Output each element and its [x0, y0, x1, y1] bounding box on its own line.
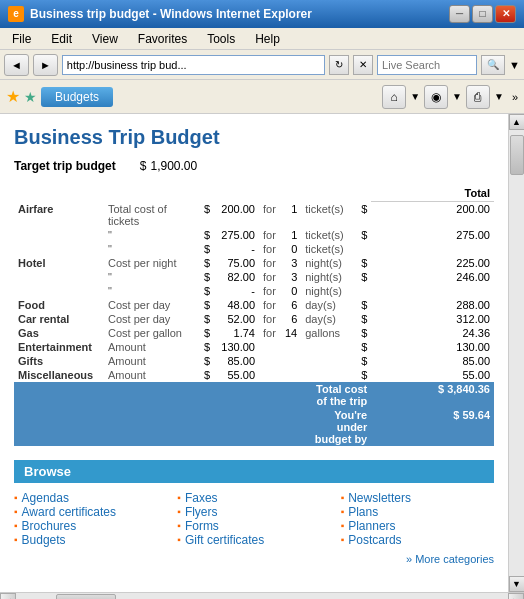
category-food: Food — [14, 298, 104, 312]
vertical-scrollbar: ▲ ▼ — [508, 114, 524, 592]
budget-title: Business Trip Budget — [14, 126, 494, 149]
browse-item-agendas[interactable]: ▪ Agendas — [14, 491, 167, 505]
search-button[interactable]: 🔍 — [481, 55, 505, 75]
more-categories-link[interactable]: » More categories — [14, 553, 494, 565]
scroll-right-button[interactable]: ► — [508, 593, 524, 600]
address-input[interactable] — [62, 55, 325, 75]
browse-grid: ▪ Agendas ▪ Award certificates ▪ Brochur… — [14, 491, 494, 547]
table-row: Hotel Cost per night $ 75.00 for 3 night… — [14, 256, 494, 270]
home-button[interactable]: ⌂ — [382, 85, 406, 109]
browse-label: Planners — [348, 519, 395, 533]
target-currency: $ — [140, 159, 147, 173]
total-header: Total — [371, 185, 494, 202]
scroll-up-button[interactable]: ▲ — [509, 114, 525, 130]
minimize-button[interactable]: ─ — [449, 5, 470, 23]
category-misc: Miscellaneous — [14, 368, 104, 382]
desc-tickets: Total cost of tickets — [104, 202, 194, 228]
toolbar: ★ ★ Budgets ⌂ ▼ ◉ ▼ ⎙ ▼ » — [0, 80, 524, 114]
window-title: Business trip budget - Windows Internet … — [30, 7, 449, 21]
menu-bar: File Edit View Favorites Tools Help — [0, 28, 524, 50]
browse-label: Faxes — [185, 491, 218, 505]
browse-label: Forms — [185, 519, 219, 533]
total-cost-value: $ 3,840.36 — [371, 382, 494, 408]
table-row: Gifts Amount $ 85.00 $ 85.00 — [14, 354, 494, 368]
browse-item-postcards[interactable]: ▪ Postcards — [341, 533, 494, 547]
browse-item-flyers[interactable]: ▪ Flyers — [177, 505, 330, 519]
table-row: Food Cost per day $ 48.00 for 6 day(s) $… — [14, 298, 494, 312]
browse-label: Budgets — [22, 533, 66, 547]
browse-item-newsletters[interactable]: ▪ Newsletters — [341, 491, 494, 505]
menu-view[interactable]: View — [84, 30, 126, 48]
browse-item-faxes[interactable]: ▪ Faxes — [177, 491, 330, 505]
print-arrow[interactable]: ▼ — [494, 91, 504, 102]
scroll-left-button[interactable]: ◄ — [0, 593, 16, 600]
browse-item-budgets[interactable]: ▪ Budgets — [14, 533, 167, 547]
table-row: Entertainment Amount $ 130.00 $ 130.00 — [14, 340, 494, 354]
bullet-icon: ▪ — [177, 520, 181, 531]
under-budget-row: You're under budget by $ 59.64 — [14, 408, 494, 446]
h-scroll-thumb[interactable] — [56, 594, 116, 600]
target-label: Target trip budget — [14, 159, 116, 173]
browser-content: Business Trip Budget Target trip budget … — [0, 114, 524, 592]
target-row: Target trip budget $ 1,900.00 — [14, 159, 494, 173]
table-row: " $ - for 0 ticket(s) — [14, 242, 494, 256]
h-scroll-track[interactable] — [16, 593, 508, 600]
table-row: " $ 82.00 for 3 night(s) $ 246.00 — [14, 270, 494, 284]
bullet-icon: ▪ — [341, 506, 345, 517]
scroll-down-button[interactable]: ▼ — [509, 576, 525, 592]
menu-tools[interactable]: Tools — [199, 30, 243, 48]
bullet-icon: ▪ — [14, 520, 18, 531]
budget-table: Total Airfare Total cost of tickets $ 20… — [14, 185, 494, 446]
stop-button[interactable]: ✕ — [353, 55, 373, 75]
table-row: " $ 275.00 for 1 ticket(s) $ 275.00 — [14, 228, 494, 242]
under-budget-label: You're under budget by — [301, 408, 371, 446]
bullet-icon: ▪ — [341, 492, 345, 503]
forward-button[interactable]: ► — [33, 54, 58, 76]
browse-label: Plans — [348, 505, 378, 519]
close-button[interactable]: ✕ — [495, 5, 516, 23]
browse-item-award-certificates[interactable]: ▪ Award certificates — [14, 505, 167, 519]
search-arrow[interactable]: ▼ — [509, 59, 520, 71]
under-budget-value: $ 59.64 — [371, 408, 494, 446]
table-row: Gas Cost per gallon $ 1.74 for 14 gallon… — [14, 326, 494, 340]
bullet-icon: ▪ — [177, 534, 181, 545]
category-airfare: Airfare — [14, 202, 104, 228]
menu-edit[interactable]: Edit — [43, 30, 80, 48]
browser-icon: e — [8, 6, 24, 22]
back-button[interactable]: ◄ — [4, 54, 29, 76]
home-arrow[interactable]: ▼ — [410, 91, 420, 102]
bullet-icon: ▪ — [177, 492, 181, 503]
more-tools-button[interactable]: » — [512, 91, 518, 103]
target-value: 1,900.00 — [150, 159, 197, 173]
browse-label: Newsletters — [348, 491, 411, 505]
browse-label: Award certificates — [22, 505, 116, 519]
table-row: " $ - for 0 night(s) — [14, 284, 494, 298]
browse-item-gift-certificates[interactable]: ▪ Gift certificates — [177, 533, 330, 547]
scroll-track[interactable] — [509, 130, 525, 576]
bullet-icon: ▪ — [14, 506, 18, 517]
category-carrental: Car rental — [14, 312, 104, 326]
refresh-button[interactable]: ↻ — [329, 55, 349, 75]
menu-file[interactable]: File — [4, 30, 39, 48]
browse-item-planners[interactable]: ▪ Planners — [341, 519, 494, 533]
rss-arrow[interactable]: ▼ — [452, 91, 462, 102]
browse-item-plans[interactable]: ▪ Plans — [341, 505, 494, 519]
rss-button[interactable]: ◉ — [424, 85, 448, 109]
print-button[interactable]: ⎙ — [466, 85, 490, 109]
maximize-button[interactable]: □ — [472, 5, 493, 23]
menu-help[interactable]: Help — [247, 30, 288, 48]
total-cost-label: Total cost of the trip — [301, 382, 371, 408]
table-row: Miscellaneous Amount $ 55.00 $ 55.00 — [14, 368, 494, 382]
budgets-tab[interactable]: Budgets — [41, 87, 113, 107]
bullet-icon: ▪ — [14, 492, 18, 503]
browse-item-forms[interactable]: ▪ Forms — [177, 519, 330, 533]
scroll-thumb[interactable] — [510, 135, 524, 175]
favorites-star-icon[interactable]: ★ — [6, 87, 20, 106]
add-favorites-icon[interactable]: ★ — [24, 89, 37, 105]
browse-label: Flyers — [185, 505, 218, 519]
bullet-icon: ▪ — [177, 506, 181, 517]
menu-favorites[interactable]: Favorites — [130, 30, 195, 48]
browse-item-brochures[interactable]: ▪ Brochures — [14, 519, 167, 533]
search-input[interactable] — [377, 55, 477, 75]
bullet-icon: ▪ — [14, 534, 18, 545]
